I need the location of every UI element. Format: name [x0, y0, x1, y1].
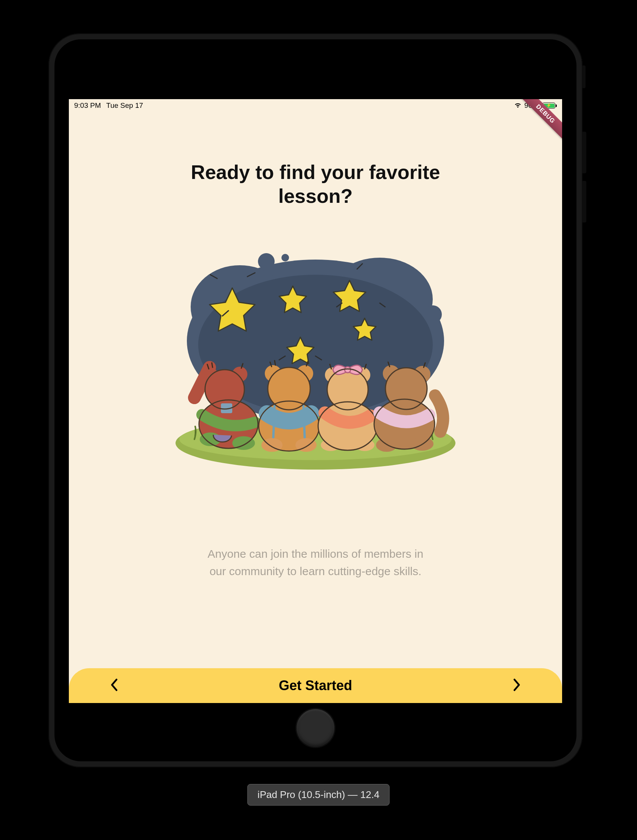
onboarding-content: Ready to find your favorite lesson? [69, 112, 562, 703]
cta-bar: Get Started [69, 668, 562, 703]
wifi-icon [514, 101, 522, 110]
next-button[interactable] [509, 678, 524, 693]
status-left: 9:03 PM Tue Sep 17 [74, 101, 143, 110]
svg-point-22 [296, 365, 313, 382]
onboarding-subtitle: Anyone can join the millions of members … [198, 545, 433, 580]
device-power-button [582, 65, 585, 88]
chevron-left-icon [110, 679, 118, 693]
ipad-frame: 9:03 PM Tue Sep 17 96% ⚡ [49, 33, 583, 767]
device-volume-up [582, 132, 586, 173]
svg-point-21 [265, 365, 281, 382]
home-button[interactable] [296, 709, 334, 747]
simulator-label: iPad Pro (10.5-inch) — 12.4 [248, 784, 389, 805]
svg-point-5 [424, 305, 442, 324]
get-started-button[interactable]: Get Started [279, 678, 352, 693]
svg-point-13 [232, 367, 248, 382]
onboarding-title: Ready to find your favorite lesson? [183, 160, 448, 208]
svg-point-39 [414, 366, 430, 382]
previous-button[interactable] [107, 678, 122, 693]
svg-point-38 [383, 365, 399, 382]
svg-point-4 [281, 254, 289, 262]
chevron-right-icon [512, 679, 521, 693]
onboarding-illustration [168, 243, 463, 470]
status-date: Tue Sep 17 [106, 101, 143, 110]
status-time: 9:03 PM [74, 101, 101, 110]
svg-point-31 [345, 367, 351, 373]
svg-point-3 [258, 253, 274, 270]
status-bar: 9:03 PM Tue Sep 17 96% ⚡ [69, 99, 562, 112]
screen: 9:03 PM Tue Sep 17 96% ⚡ [69, 99, 562, 703]
device-volume-down [582, 181, 586, 223]
